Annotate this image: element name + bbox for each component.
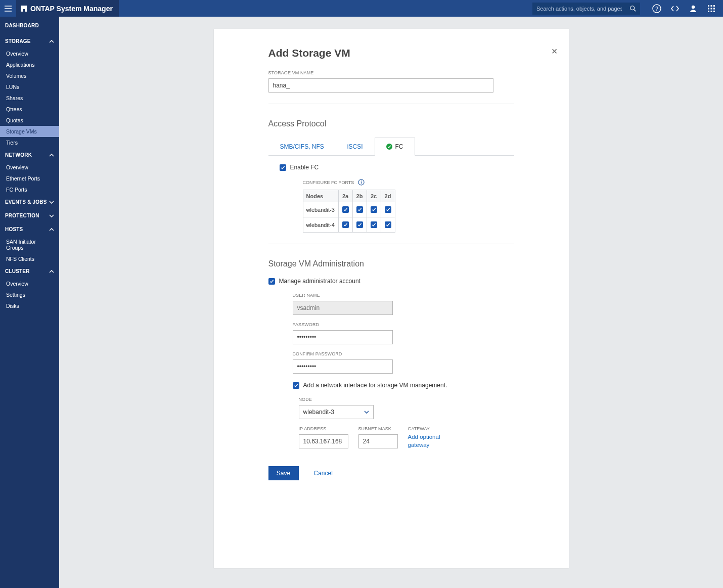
svg-rect-16 [713,11,715,12]
save-button[interactable]: Save [268,466,299,480]
sidebar-item-applications[interactable]: Applications [0,59,59,70]
sidebar-section-events-jobs[interactable]: EVENTS & JOBS [0,195,59,209]
check-icon [386,222,390,227]
chevron-down-icon [49,200,54,205]
tab-smb-cifs-nfs[interactable]: SMB/CIFS, NFS [268,138,336,155]
global-search [532,3,640,15]
sidebar-item-disks[interactable]: Disks [0,300,59,311]
cancel-button[interactable]: Cancel [311,469,336,477]
check-icon [372,222,376,227]
sidebar-item-overview[interactable]: Overview [0,48,59,59]
svg-point-3 [630,6,635,10]
ip-input[interactable] [299,434,348,448]
sidebar-item-tiers[interactable]: Tiers [0,137,59,148]
sidebar-item-luns[interactable]: LUNs [0,81,59,93]
sidebar-item-qtrees[interactable]: Qtrees [0,104,59,115]
apps-button[interactable] [707,4,716,13]
port-checkbox-wlebandit-3-2a[interactable] [342,206,349,213]
ports-col-2b: 2b [352,190,367,202]
port-checkbox-wlebandit-3-2c[interactable] [371,206,377,213]
manage-admin-checkbox[interactable] [268,278,275,285]
username-label: USER NAME [293,293,393,298]
sidebar-item-ethernet-ports[interactable]: Ethernet Ports [0,173,59,184]
ports-node-name: wlebandit-4 [303,217,338,233]
sidebar-item-overview[interactable]: Overview [0,278,59,289]
svg-rect-13 [713,8,715,9]
sidebar-section-hosts[interactable]: HOSTS [0,222,59,236]
top-bar: ONTAP System Manager ? [0,0,723,17]
sidebar-item-nfs-clients[interactable]: NFS Clients [0,253,59,264]
sidebar-section-protection[interactable]: PROTECTION [0,209,59,222]
svg-point-7 [692,5,695,8]
port-checkbox-wlebandit-4-2b[interactable] [356,221,363,228]
ip-label: IP ADDRESS [299,426,348,431]
menu-toggle-button[interactable] [0,0,16,17]
tab-fc[interactable]: FC [375,138,415,156]
sidebar-item-fc-ports[interactable]: FC Ports [0,184,59,195]
port-checkbox-wlebandit-3-2d[interactable] [385,206,391,213]
add-nic-label: Add a network interface for storage VM m… [303,382,447,389]
check-icon [357,222,362,227]
sidebar-dashboard[interactable]: DASHBOARD [0,17,59,34]
enable-fc-label: Enable FC [290,164,319,171]
add-gateway-link[interactable]: Add optional gateway [408,433,443,449]
help-button[interactable]: ? [652,4,661,13]
mask-label: SUBNET MASK [358,426,398,431]
brand-label: ONTAP System Manager [30,5,113,13]
search-button[interactable] [626,3,640,15]
sidebar-item-overview[interactable]: Overview [0,162,59,173]
chevron-up-icon [49,269,54,274]
sidebar-section-network[interactable]: NETWORK [0,148,59,162]
ports-row: wlebandit-3 [303,202,395,217]
add-nic-checkbox[interactable] [293,382,299,389]
sidebar-item-volumes[interactable]: Volumes [0,70,59,81]
sidebar-item-storage-vms[interactable]: Storage VMs [0,126,59,137]
svg-point-19 [361,180,362,182]
info-icon[interactable] [358,179,365,186]
close-button[interactable]: × [552,46,558,56]
ports-col-2d: 2d [381,190,395,202]
netapp-logo-icon [20,5,27,12]
storage-vm-name-input[interactable] [268,78,493,93]
access-protocol-heading: Access Protocol [268,119,514,128]
sidebar-item-quotas[interactable]: Quotas [0,115,59,126]
help-icon: ? [652,4,661,13]
card-title: Add Storage VM [268,47,514,59]
main-content: × Add Storage VM STORAGE VM NAME Access … [59,17,723,588]
port-checkbox-wlebandit-4-2a[interactable] [342,221,349,228]
fc-ports-table: Nodes2a2b2c2dwlebandit-3wlebandit-4 [303,190,395,233]
enable-fc-checkbox[interactable] [280,164,286,171]
sidebar-item-san-initiator-groups[interactable]: SAN Initiator Groups [0,236,59,253]
manage-admin-label: Manage administrator account [279,278,360,285]
mask-input[interactable] [358,434,398,448]
user-button[interactable] [689,4,698,13]
sidebar-item-shares[interactable]: Shares [0,93,59,104]
port-checkbox-wlebandit-4-2d[interactable] [385,221,391,228]
port-checkbox-wlebandit-4-2c[interactable] [371,221,377,228]
password-input[interactable] [293,330,393,344]
check-icon [281,165,285,170]
code-icon [670,4,680,13]
node-select[interactable]: wlebandit-3 [299,405,374,419]
check-icon [343,222,348,227]
port-checkbox-wlebandit-3-2b[interactable] [356,206,363,213]
ports-col-2a: 2a [338,190,352,202]
sidebar-section-storage[interactable]: STORAGE [0,34,59,48]
apps-grid-icon [707,4,716,13]
confirm-password-input[interactable] [293,359,393,374]
svg-text:?: ? [655,6,658,11]
chevron-up-icon [49,227,54,232]
sidebar-section-cluster[interactable]: CLUSTER [0,264,59,278]
api-button[interactable] [670,4,680,13]
confirm-password-label: CONFIRM PASSWORD [293,351,393,356]
svg-rect-1 [25,6,27,12]
svg-rect-14 [708,11,709,12]
svg-rect-10 [713,5,715,7]
check-icon [372,207,376,212]
chevron-up-icon [49,39,54,44]
search-icon [629,5,637,12]
tab-iscsi[interactable]: iSCSI [336,138,375,155]
search-input[interactable] [532,3,626,15]
sidebar-item-settings[interactable]: Settings [0,289,59,300]
configure-fc-ports-label: CONFIGURE FC PORTS [303,180,354,185]
